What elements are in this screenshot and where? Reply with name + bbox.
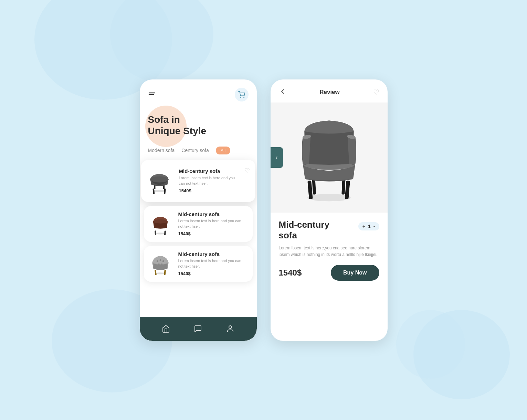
back-button[interactable]	[279, 88, 286, 97]
phones-container: Sofa in Unique Style Modern sofa Century…	[140, 79, 388, 341]
quantity-value: 1	[368, 224, 371, 229]
svg-rect-26	[312, 179, 316, 194]
svg-point-3	[243, 97, 244, 97]
svg-point-17	[157, 260, 158, 262]
wishlist-button-1[interactable]: ♡	[244, 167, 250, 174]
product-desc-1: Lorem ibsem text is here and you can not…	[179, 175, 240, 186]
prev-image-button[interactable]: ‹	[271, 147, 283, 168]
menu-button[interactable]	[148, 90, 156, 99]
product-card-3[interactable]: Mid-century sofa Lorem ibsem text is her…	[144, 246, 253, 282]
home-nav-button[interactable]	[162, 325, 170, 333]
bottom-nav	[140, 317, 257, 341]
svg-rect-24	[307, 180, 313, 199]
right-phone: Review ♡ ‹	[271, 79, 388, 341]
product-info-3: Mid-century sofa Lorem ibsem text is her…	[178, 251, 247, 276]
product-price-1: 1540$	[179, 188, 240, 193]
quantity-decrease-button[interactable]: -	[373, 224, 375, 229]
product-name-1: Mid-century sofa	[179, 168, 240, 174]
product-price-2: 1540$	[178, 231, 247, 236]
product-image-1	[144, 165, 175, 196]
product-card-2[interactable]: Mid-century sofa Lorem ibsem text is her…	[144, 206, 253, 242]
filter-century-sofa[interactable]: Century sofa	[181, 148, 209, 153]
product-name-3: Mid-century sofa	[178, 251, 247, 257]
svg-rect-11	[155, 230, 156, 235]
product-image-2	[147, 210, 174, 238]
product-list: Mid-century sofa Lorem ibsem text is her…	[140, 160, 257, 282]
svg-point-2	[240, 97, 241, 97]
detail-price: 1540$	[279, 268, 302, 278]
filter-tabs: Modern sofa Century sofa All	[140, 144, 257, 160]
svg-point-9	[150, 176, 168, 182]
product-desc-3: Lorem ibsem text is here and you can not…	[178, 258, 247, 269]
left-phone: Sofa in Unique Style Modern sofa Century…	[140, 79, 257, 341]
hero-title: Sofa in Unique Style	[148, 111, 249, 137]
svg-rect-27	[341, 179, 345, 194]
bg-cloud-5	[396, 310, 465, 379]
detail-description: Lorem ibsem text is here,you cna see har…	[279, 245, 379, 258]
cart-button[interactable]	[235, 88, 249, 101]
svg-rect-16	[164, 270, 166, 275]
quantity-control: + 1 -	[358, 222, 379, 230]
detail-name-row: Mid-century sofa + 1 -	[279, 219, 379, 241]
svg-point-23	[307, 194, 351, 201]
review-title: Review	[319, 89, 340, 96]
product-image-area: ‹	[271, 103, 388, 213]
product-name-2: Mid-century sofa	[178, 211, 247, 217]
quantity-increase-button[interactable]: +	[362, 224, 365, 229]
detail-product-name: Mid-century sofa	[279, 219, 329, 241]
product-detail: Mid-century sofa + 1 - Lorem ibsem text …	[271, 213, 388, 288]
chat-nav-button[interactable]	[194, 325, 202, 333]
product-info-1: Mid-century sofa Lorem ibsem text is her…	[179, 168, 240, 193]
buy-now-button[interactable]: Buy Now	[331, 265, 379, 281]
left-header	[140, 79, 257, 106]
hero-section: Sofa in Unique Style	[140, 106, 257, 144]
product-card-1[interactable]: Mid-century sofa Lorem ibsem text is her…	[141, 160, 255, 202]
svg-point-22	[229, 326, 232, 329]
product-price-3: 1540$	[178, 271, 247, 276]
buy-row: 1540$ Buy Now	[279, 265, 379, 281]
product-desc-2: Lorem ibsem text is here and you can not…	[178, 218, 247, 229]
svg-rect-15	[155, 270, 157, 275]
svg-rect-6	[164, 189, 166, 194]
right-phone-header: Review ♡	[271, 79, 388, 103]
product-info-2: Mid-century sofa Lorem ibsem text is her…	[178, 211, 247, 236]
svg-rect-5	[152, 189, 155, 194]
svg-rect-12	[164, 230, 166, 235]
wishlist-button-detail[interactable]: ♡	[373, 88, 379, 96]
filter-modern-sofa[interactable]: Modern sofa	[148, 148, 175, 153]
product-image-3	[147, 250, 174, 278]
svg-point-19	[162, 260, 164, 262]
svg-point-18	[159, 259, 161, 261]
profile-nav-button[interactable]	[226, 325, 234, 333]
filter-all[interactable]: All	[216, 147, 230, 154]
